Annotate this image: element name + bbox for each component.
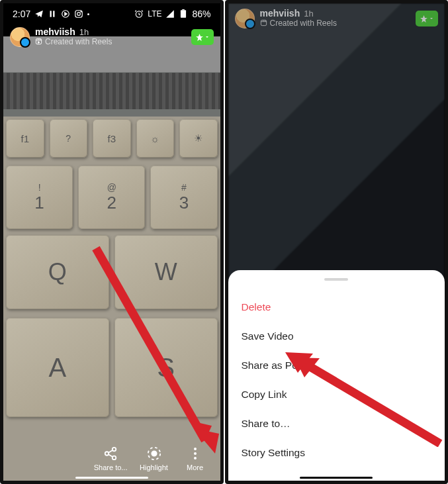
story-content-keyboard[interactable]: f1?f3☼☀ !1@2#3 QW AS xyxy=(3,36,220,481)
pause-icon xyxy=(48,9,57,19)
share-to-button[interactable]: Share to... xyxy=(94,446,128,471)
svg-point-14 xyxy=(152,451,156,456)
story-timestamp: 1h xyxy=(304,9,313,19)
home-indicator[interactable] xyxy=(75,477,148,479)
svg-point-11 xyxy=(105,452,109,456)
svg-rect-15 xyxy=(261,20,266,25)
story-header: mehviish 1h Created with Reels xyxy=(228,3,445,34)
svg-point-5 xyxy=(81,11,81,12)
more-menu-sheet: Delete Save Video Share as Post… Copy Li… xyxy=(228,270,445,481)
status-bar: 2:07 LTE 86% xyxy=(3,3,220,22)
svg-rect-0 xyxy=(50,11,52,17)
phone-screenshot-story-view: 2:07 LTE 86% f1?f3☼☀ !1@2#3 QW AS xyxy=(0,0,224,484)
sheet-drag-handle[interactable] xyxy=(324,278,348,281)
status-right: LTE 86% xyxy=(134,9,210,19)
network-label: LTE xyxy=(148,9,161,19)
status-left: 2:07 xyxy=(13,9,89,19)
svg-rect-1 xyxy=(53,11,54,17)
menu-copy-link[interactable]: Copy Link xyxy=(228,380,445,409)
telegram-icon xyxy=(34,9,44,19)
svg-point-4 xyxy=(77,13,81,16)
phone-screenshot-more-menu: mehviish 1h Created with Reels Delete Sa… xyxy=(225,0,449,484)
more-icon xyxy=(194,448,197,460)
highlight-label: Highlight xyxy=(140,463,168,471)
story-header-text: mehviish 1h Created with Reels xyxy=(35,27,112,47)
reels-icon xyxy=(260,19,267,28)
menu-share-to[interactable]: Share to… xyxy=(228,409,445,438)
story-action-bar: Share to... Highlight More xyxy=(3,446,220,471)
story-username[interactable]: mehviish xyxy=(35,27,75,37)
reels-icon xyxy=(35,38,42,47)
created-with-label[interactable]: Created with Reels xyxy=(45,38,112,46)
avatar[interactable] xyxy=(235,9,255,28)
battery-icon xyxy=(179,9,188,19)
svg-rect-7 xyxy=(181,10,186,18)
story-header-text: mehviish 1h Created with Reels xyxy=(260,9,337,28)
home-indicator[interactable] xyxy=(300,477,373,479)
svg-rect-9 xyxy=(36,38,41,44)
story-username[interactable]: mehviish xyxy=(260,9,300,19)
svg-point-10 xyxy=(112,448,116,452)
svg-point-12 xyxy=(112,456,116,460)
menu-story-settings[interactable]: Story Settings xyxy=(228,438,445,467)
more-button[interactable]: More xyxy=(181,446,210,471)
created-with-label: Created with Reels xyxy=(270,19,337,28)
instagram-icon xyxy=(74,9,83,19)
story-timestamp: 1h xyxy=(79,28,89,37)
circle-play-icon xyxy=(61,9,70,19)
menu-delete[interactable]: Delete xyxy=(228,293,445,322)
more-label: More xyxy=(187,463,203,471)
close-friends-badge[interactable] xyxy=(191,29,214,45)
avatar[interactable] xyxy=(10,27,30,47)
svg-rect-8 xyxy=(183,9,185,10)
menu-share-as-post[interactable]: Share as Post… xyxy=(228,351,445,380)
menu-save-video[interactable]: Save Video xyxy=(228,322,445,351)
status-time: 2:07 xyxy=(13,9,30,19)
story-header: mehviish 1h Created with Reels xyxy=(3,22,220,52)
status-overflow-dot xyxy=(87,13,89,15)
highlight-button[interactable]: Highlight xyxy=(140,446,169,471)
signal-icon xyxy=(165,9,175,19)
share-to-label: Share to... xyxy=(94,463,128,471)
battery-percent: 86% xyxy=(192,9,210,19)
alarm-icon xyxy=(134,9,144,19)
close-friends-badge[interactable] xyxy=(416,11,438,26)
